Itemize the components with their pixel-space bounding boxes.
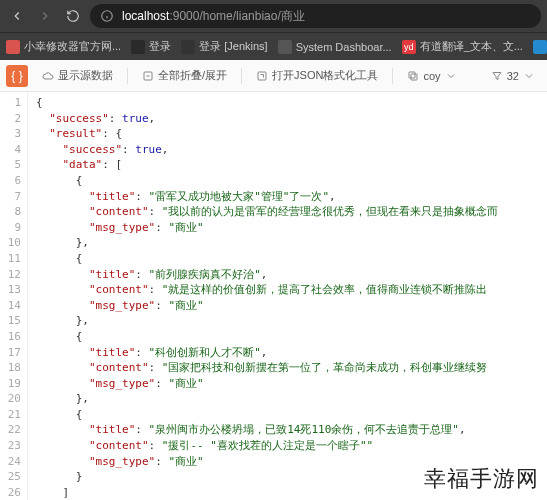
chevron-down-icon xyxy=(445,70,457,82)
json-content[interactable]: { "success": true, "result": { "success"… xyxy=(28,92,547,500)
json-code-area: 1234567891011121314151617181920212223242… xyxy=(0,92,547,500)
bookmark-label: 登录 xyxy=(149,39,171,54)
bookmark-favicon xyxy=(6,40,20,54)
bookmark-favicon xyxy=(278,40,292,54)
svg-rect-5 xyxy=(258,72,266,80)
bookmark-item[interactable]: 登录 [Jenkins] xyxy=(181,39,267,54)
external-icon xyxy=(256,70,268,82)
show-raw-button[interactable]: 显示源数据 xyxy=(36,65,119,86)
filter-button[interactable]: 32 xyxy=(485,67,541,85)
copy-icon xyxy=(407,70,419,82)
bookmark-label: 登录 [Jenkins] xyxy=(199,39,267,54)
bookmark-item[interactable]: System Dashboar... xyxy=(278,40,392,54)
site-info-icon xyxy=(100,9,114,23)
watermark-text: 幸福手游网 xyxy=(424,464,539,494)
toolbar-separator xyxy=(241,68,242,84)
bookmark-label: System Dashboar... xyxy=(296,41,392,53)
bookmark-favicon xyxy=(131,40,145,54)
bookmark-item[interactable]: 登录 xyxy=(131,39,171,54)
json-viewer-toolbar: { } 显示源数据 全部折叠/展开 打开JSON格式化工具 coy 32 xyxy=(0,60,547,92)
extension-badge[interactable]: { } xyxy=(6,65,28,87)
open-formatter-label: 打开JSON格式化工具 xyxy=(272,68,378,83)
bookmarks-bar: 小幸修改器官方网...登录登录 [Jenkins]System Dashboar… xyxy=(0,32,547,60)
show-raw-label: 显示源数据 xyxy=(58,68,113,83)
bookmark-item[interactable]: 小幸修改器官方网... xyxy=(6,39,121,54)
collapse-icon xyxy=(142,70,154,82)
collapse-all-label: 全部折叠/展开 xyxy=(158,68,227,83)
open-formatter-button[interactable]: 打开JSON格式化工具 xyxy=(250,65,384,86)
cloud-icon xyxy=(42,70,54,82)
reload-icon xyxy=(66,9,80,23)
svg-rect-6 xyxy=(411,74,417,80)
browser-nav-bar: localhost:9000/home/lianbiao/商业 xyxy=(0,0,547,32)
chevron-down-icon xyxy=(523,70,535,82)
forward-button[interactable] xyxy=(34,5,56,27)
back-button[interactable] xyxy=(6,5,28,27)
reload-button[interactable] xyxy=(62,5,84,27)
bookmark-favicon: yd xyxy=(402,40,416,54)
bookmark-favicon xyxy=(533,40,547,54)
line-gutter: 1234567891011121314151617181920212223242… xyxy=(0,92,28,500)
bookmark-label: 有道翻译_文本、文... xyxy=(420,39,523,54)
bookmark-favicon xyxy=(181,40,195,54)
filter-icon xyxy=(491,70,503,82)
toolbar-separator xyxy=(392,68,393,84)
bookmark-item[interactable]: yd有道翻译_文本、文... xyxy=(402,39,523,54)
collapse-all-button[interactable]: 全部折叠/展开 xyxy=(136,65,233,86)
copy-label: coy xyxy=(423,70,440,82)
filter-count: 32 xyxy=(507,70,519,82)
arrow-right-icon xyxy=(38,9,52,23)
svg-rect-7 xyxy=(409,72,415,78)
arrow-left-icon xyxy=(10,9,24,23)
bookmark-label: 小幸修改器官方网... xyxy=(24,39,121,54)
bookmark-item[interactable]: Bing Microsoft Tr xyxy=(533,40,547,54)
url-text: localhost:9000/home/lianbiao/商业 xyxy=(122,8,305,25)
address-bar[interactable]: localhost:9000/home/lianbiao/商业 xyxy=(90,4,541,28)
copy-button[interactable]: coy xyxy=(401,67,462,85)
toolbar-separator xyxy=(127,68,128,84)
